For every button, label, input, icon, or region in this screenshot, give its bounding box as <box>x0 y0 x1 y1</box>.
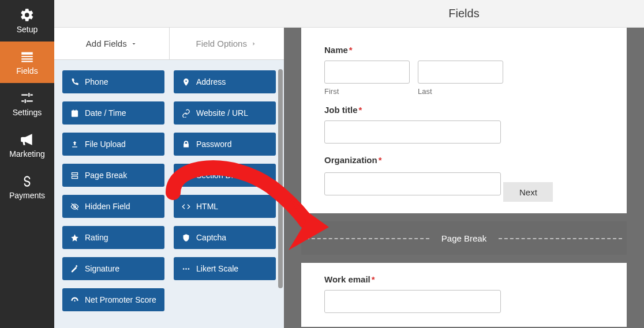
organization-input[interactable] <box>324 172 501 195</box>
eye-slash-icon <box>70 202 79 211</box>
next-button[interactable]: Next <box>503 182 553 202</box>
label-text: Name <box>324 45 348 55</box>
field-btn-password[interactable]: Password <box>174 133 276 156</box>
tab-field-options[interactable]: Field Options <box>170 28 284 59</box>
required-asterisk: * <box>372 274 375 284</box>
gear-icon <box>20 7 35 22</box>
gauge-icon <box>70 296 79 304</box>
required-asterisk: * <box>359 105 362 115</box>
chevron-right-icon <box>250 40 257 47</box>
job-title-input[interactable] <box>324 120 501 144</box>
field-btn-file-upload[interactable]: File Upload <box>62 133 164 156</box>
field-btn-label: Signature <box>85 264 119 273</box>
field-btn-phone[interactable]: Phone <box>62 70 164 93</box>
field-btn-label: Date / Time <box>85 108 126 118</box>
form-card-bottom: Work email* <box>301 263 627 327</box>
divider-icon <box>182 171 190 180</box>
field-btn-address[interactable]: Address <box>174 70 276 93</box>
builder-tabs: Add Fields Field Options <box>54 28 284 60</box>
name-row: First Last <box>324 61 604 96</box>
field-btn-likert-scale[interactable]: Likert Scale <box>174 257 276 280</box>
pin-icon <box>182 78 190 86</box>
star-icon <box>70 233 79 242</box>
field-btn-html[interactable]: HTML <box>174 195 276 218</box>
field-btn-signature[interactable]: Signature <box>62 257 164 280</box>
field-btn-label: Captcha <box>196 233 226 242</box>
label-text: Job title <box>324 105 358 115</box>
nav-item-label: Settings <box>13 108 42 117</box>
field-btn-label: Website / URL <box>196 108 248 118</box>
field-btn-rating[interactable]: Rating <box>62 226 164 249</box>
tab-label: Field Options <box>196 39 247 48</box>
first-name-input[interactable] <box>324 61 410 84</box>
builder-panel: Add Fields Field Options Phone Address D… <box>54 0 284 328</box>
job-title-label: Job title* <box>324 105 604 115</box>
last-name-input[interactable] <box>418 61 503 84</box>
page-break-label: Page Break <box>441 233 486 243</box>
organization-label: Organization* <box>324 155 604 165</box>
svg-point-1 <box>185 268 187 270</box>
field-btn-label: Password <box>196 140 231 149</box>
work-email-input[interactable] <box>324 290 501 313</box>
preview-header: Fields <box>284 0 644 28</box>
code-icon <box>182 202 190 211</box>
required-asterisk: * <box>349 45 353 55</box>
name-label: Name* <box>324 45 604 55</box>
label-text: Organization <box>324 155 377 165</box>
builder-header-blank <box>54 0 284 28</box>
form-icon <box>20 49 35 64</box>
field-btn-label: Net Promoter Score <box>85 295 156 304</box>
work-email-label: Work email* <box>324 274 604 284</box>
field-btn-label: Phone <box>85 77 108 86</box>
nav-item-settings[interactable]: Settings <box>0 83 54 125</box>
tab-label: Add Fields <box>86 39 127 48</box>
nav-item-marketing[interactable]: Marketing <box>0 125 54 166</box>
preview-panel: Fields Name* First Last Job title* <box>284 0 644 328</box>
field-btn-captcha[interactable]: Captcha <box>174 226 276 249</box>
nav-item-label: Fields <box>16 66 38 76</box>
field-btn-hidden-field[interactable]: Hidden Field <box>62 195 164 218</box>
preview-title: Fields <box>448 7 479 20</box>
required-asterisk: * <box>379 155 382 165</box>
page-break-icon <box>70 171 79 180</box>
last-sublabel: Last <box>418 87 503 96</box>
dots-icon <box>182 265 190 273</box>
field-btn-label: Page Break <box>85 171 127 180</box>
builder-scrollbar[interactable] <box>278 69 283 288</box>
field-btn-label: Section Divider <box>196 171 250 180</box>
field-btn-label: Hidden Field <box>85 202 130 211</box>
nav-item-label: Marketing <box>9 149 44 159</box>
field-btn-label: File Upload <box>85 140 126 149</box>
nav-item-label: Setup <box>17 25 38 34</box>
tab-add-fields[interactable]: Add Fields <box>54 28 170 59</box>
svg-point-2 <box>188 268 190 270</box>
nav-item-setup[interactable]: Setup <box>0 0 54 42</box>
calendar-icon <box>70 109 79 118</box>
pencil-icon <box>70 265 79 273</box>
first-name-col: First <box>324 61 410 96</box>
last-name-col: Last <box>418 61 503 96</box>
field-btn-section-divider[interactable]: Section Divider <box>174 164 276 187</box>
nav-item-label: Payments <box>9 191 45 200</box>
svg-point-0 <box>183 268 185 270</box>
field-btn-label: HTML <box>196 202 218 211</box>
shield-icon <box>182 233 190 242</box>
nav-item-payments[interactable]: Payments <box>0 166 54 208</box>
nav-rail: Setup Fields Settings Marketing Payments <box>0 0 54 328</box>
first-sublabel: First <box>324 87 410 96</box>
page-break-indicator[interactable]: Page Break <box>301 221 627 255</box>
lock-icon <box>182 140 190 149</box>
bullhorn-icon <box>20 132 35 147</box>
field-btn-date-time[interactable]: Date / Time <box>62 101 164 125</box>
field-btn-label: Rating <box>85 233 108 242</box>
dollar-icon <box>20 174 35 188</box>
field-buttons-grid: Phone Address Date / Time Website / URL … <box>54 60 284 322</box>
nav-item-fields[interactable]: Fields <box>0 42 54 83</box>
field-btn-page-break[interactable]: Page Break <box>62 164 164 187</box>
link-icon <box>182 109 190 118</box>
field-btn-net-promoter-score[interactable]: Net Promoter Score <box>62 288 164 311</box>
form-card-top: Name* First Last Job title* Organization… <box>301 28 627 213</box>
field-btn-website-url[interactable]: Website / URL <box>174 101 276 125</box>
label-text: Work email <box>324 274 370 284</box>
sliders-icon <box>20 91 35 105</box>
